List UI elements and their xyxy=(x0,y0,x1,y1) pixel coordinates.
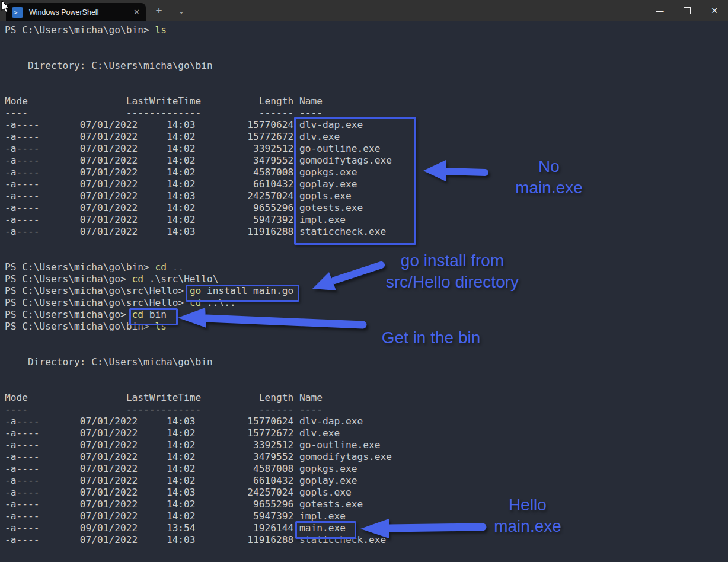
terminal-line xyxy=(5,36,728,48)
terminal-line: PS C:\Users\micha\go> cd .\src\Hello\ xyxy=(5,273,728,285)
tab-close-icon[interactable]: ✕ xyxy=(133,8,140,17)
terminal-line xyxy=(5,238,728,250)
terminal-line: -a---- 07/01/2022 14:03 15770624 dlv-dap… xyxy=(5,119,728,131)
terminal-line: -a---- 07/01/2022 14:03 15770624 dlv-dap… xyxy=(5,416,728,427)
terminal-line: ---- ------------- ------ ---- xyxy=(5,107,728,119)
terminal-line: -a---- 07/01/2022 14:02 6610432 goplay.e… xyxy=(5,475,728,487)
terminal-line: -a---- 07/01/2022 14:03 11916288 staticc… xyxy=(5,534,728,546)
terminal-line: -a---- 07/01/2022 14:02 3392512 go-outli… xyxy=(5,439,728,451)
titlebar: >_ Windows PowerShell ✕ + ⌄ — ✕ xyxy=(0,0,728,21)
tab-windows-powershell[interactable]: >_ Windows PowerShell ✕ xyxy=(6,3,146,21)
minimize-button[interactable]: — xyxy=(646,0,673,21)
terminal-line: -a---- 07/01/2022 14:02 3479552 gomodify… xyxy=(5,451,728,463)
terminal-line: -a---- 07/01/2022 14:02 5947392 impl.exe xyxy=(5,214,728,226)
terminal-line: PS C:\Users\micha\go\src\Hello> go insta… xyxy=(5,285,728,297)
terminal-line: PS C:\Users\micha\go\bin> ls xyxy=(5,321,728,333)
maximize-icon xyxy=(684,7,691,14)
terminal-line: Mode LastWriteTime Length Name xyxy=(5,392,728,404)
terminal-line: Directory: C:\Users\micha\go\bin xyxy=(5,356,728,368)
terminal-line: -a---- 07/01/2022 14:02 4587008 gopkgs.e… xyxy=(5,167,728,178)
maximize-button[interactable] xyxy=(673,0,701,21)
terminal-line: Directory: C:\Users\micha\go\bin xyxy=(5,60,728,72)
terminal-line xyxy=(5,546,728,558)
terminal-line: -a---- 07/01/2022 14:02 3479552 gomodify… xyxy=(5,155,728,167)
terminal-line xyxy=(5,333,728,344)
terminal-line xyxy=(5,344,728,356)
powershell-icon: >_ xyxy=(12,7,23,18)
terminal-line: -a---- 07/01/2022 14:02 9655296 gotests.… xyxy=(5,202,728,214)
terminal-line: PS C:\Users\micha\go\bin> ls xyxy=(5,24,728,36)
terminal-line: -a---- 09/01/2022 13:54 1926144 main.exe xyxy=(5,522,728,534)
terminal-line: -a---- 07/01/2022 14:02 5947392 impl.exe xyxy=(5,510,728,522)
terminal-line: PS C:\Users\micha\go\bin> cd .. xyxy=(5,261,728,273)
terminal-line xyxy=(5,84,728,95)
terminal-line: PS C:\Users\micha\go\src\Hello> cd ..\.. xyxy=(5,297,728,309)
terminal-line: -a---- 07/01/2022 14:02 9655296 gotests.… xyxy=(5,499,728,510)
new-tab-button[interactable]: + xyxy=(149,0,168,21)
terminal-line xyxy=(5,72,728,84)
terminal-line xyxy=(5,558,728,562)
terminal-line: -a---- 07/01/2022 14:03 24257024 gopls.e… xyxy=(5,190,728,202)
powershell-window: { "window": { "titlebar": { "tab_title":… xyxy=(0,0,728,562)
terminal-line xyxy=(5,250,728,261)
terminal-line: PS C:\Users\micha\go> cd bin xyxy=(5,309,728,321)
terminal-line: -a---- 07/01/2022 14:03 11916288 staticc… xyxy=(5,226,728,238)
terminal-line xyxy=(5,48,728,60)
terminal-line: -a---- 07/01/2022 14:02 4587008 gopkgs.e… xyxy=(5,463,728,475)
tab-title: Windows PowerShell xyxy=(29,8,129,17)
tab-dropdown-button[interactable]: ⌄ xyxy=(173,0,190,21)
terminal-line: ---- ------------- ------ ---- xyxy=(5,404,728,416)
terminal-line: -a---- 07/01/2022 14:03 24257024 gopls.e… xyxy=(5,487,728,499)
close-button[interactable]: ✕ xyxy=(701,0,728,21)
terminal-line: Mode LastWriteTime Length Name xyxy=(5,95,728,107)
window-controls: — ✕ xyxy=(646,0,728,21)
terminal-line: -a---- 07/01/2022 14:02 6610432 goplay.e… xyxy=(5,178,728,190)
terminal-line xyxy=(5,380,728,392)
terminal-line xyxy=(5,368,728,380)
terminal-line: -a---- 07/01/2022 14:02 15772672 dlv.exe xyxy=(5,427,728,439)
terminal-line: -a---- 07/01/2022 14:02 15772672 dlv.exe xyxy=(5,131,728,143)
terminal-output[interactable]: PS C:\Users\micha\go\bin> ls Directory: … xyxy=(0,21,728,562)
terminal-line: -a---- 07/01/2022 14:02 3392512 go-outli… xyxy=(5,143,728,155)
